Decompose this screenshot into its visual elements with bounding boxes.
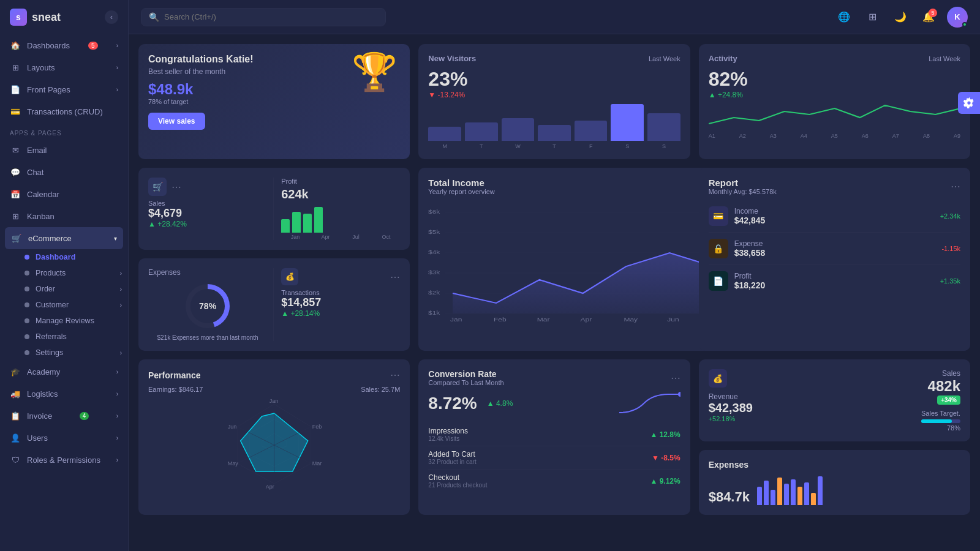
report-title: Report bbox=[709, 178, 777, 188]
calendar-icon: 📅 bbox=[10, 189, 21, 200]
checkout-change: ▲ 9.12% bbox=[650, 477, 680, 485]
income-label: Income bbox=[734, 207, 934, 216]
expenses-bottom-card: Expenses $84.7k bbox=[699, 450, 970, 515]
expense-value: $38,658 bbox=[734, 248, 936, 258]
sidebar-item-products[interactable]: Products › bbox=[18, 265, 128, 281]
revenue-sales-value: 482k bbox=[921, 378, 960, 395]
sidebar-item-users[interactable]: 👤 Users › bbox=[0, 427, 128, 449]
expense-change: -1.15k bbox=[941, 245, 960, 252]
sidebar-item-order[interactable]: Order › bbox=[18, 281, 128, 297]
welcome-card: Congratulations Katie! Best seller of th… bbox=[138, 44, 410, 159]
perf-sales: Sales: 25.7M bbox=[361, 386, 400, 393]
sidebar-item-invoice[interactable]: 📋 Invoice 4 › bbox=[0, 405, 128, 427]
user-avatar[interactable]: K bbox=[947, 7, 968, 28]
grid-icon[interactable]: ⊞ bbox=[862, 7, 882, 27]
report-more-btn[interactable]: ⋯ bbox=[951, 181, 960, 192]
sidebar-item-manage-reviews[interactable]: Manage Reviews bbox=[18, 313, 128, 329]
sales-label: Sales bbox=[148, 200, 267, 207]
search-input[interactable] bbox=[164, 12, 378, 21]
sidebar-item-kanban[interactable]: ⊞ Kanban bbox=[0, 205, 128, 227]
report-subtitle: Monthly Avg: $45.578k bbox=[709, 188, 777, 195]
welcome-target: 78% of target bbox=[148, 98, 400, 105]
conv-cart: Added To Cart 32 Product in cart ▼ -8.5% bbox=[428, 446, 680, 470]
conversion-card: Conversion Rate Compared To Last Month ⋯… bbox=[418, 359, 690, 515]
kanban-icon: ⊞ bbox=[10, 211, 21, 222]
sidebar-item-front-pages[interactable]: 📄 Front Pages › bbox=[0, 78, 128, 100]
sidebar-item-ecommerce[interactable]: 🛒 eCommerce ▾ bbox=[5, 227, 123, 249]
sidebar-item-dashboards[interactable]: 🏠 Dashboards 5 › bbox=[0, 34, 128, 56]
layouts-icon: ⊞ bbox=[10, 62, 21, 73]
conv-more-btn[interactable]: ⋯ bbox=[671, 372, 680, 384]
sidebar-item-settings[interactable]: Settings › bbox=[18, 345, 128, 361]
sidebar-item-roles[interactable]: 🛡 Roles & Permissions › bbox=[0, 449, 128, 471]
conv-rate: 8.72% bbox=[428, 394, 477, 413]
sidebar-item-logistics[interactable]: 🚚 Logistics › bbox=[0, 383, 128, 405]
sidebar-item-transactions[interactable]: 💳 Transactions (CRUD) bbox=[0, 100, 128, 122]
theme-icon[interactable]: 🌙 bbox=[891, 7, 910, 27]
activity-title: Activity bbox=[709, 54, 737, 63]
sidebar-item-dashboard[interactable]: Dashboard bbox=[18, 249, 128, 265]
globe-icon[interactable]: 🌐 bbox=[834, 7, 854, 27]
sidebar-item-chat[interactable]: 💬 Chat bbox=[0, 161, 128, 183]
revenue-label: Revenue bbox=[709, 392, 915, 401]
avatar-status bbox=[962, 22, 967, 27]
expense-icon: 🔒 bbox=[709, 239, 728, 258]
svg-text:$1k: $1k bbox=[428, 310, 440, 316]
expenses-gauge: 78% bbox=[183, 282, 232, 331]
report-card: Report Monthly Avg: $45.578k ⋯ 💳 Income … bbox=[699, 168, 970, 351]
app-name: sneat bbox=[32, 11, 61, 24]
report-income: 💳 Income $42,845 +2.34k bbox=[709, 200, 960, 233]
activity-period: Last Week bbox=[929, 55, 960, 62]
sales-widget-icon: 🛒 bbox=[148, 178, 167, 196]
revenue-badge: +34% bbox=[937, 395, 960, 405]
search-bar[interactable]: 🔍 bbox=[141, 8, 386, 26]
sidebar-collapse-button[interactable]: ‹ bbox=[105, 10, 118, 24]
app-logo: s bbox=[10, 9, 27, 26]
target-progress bbox=[921, 419, 960, 423]
performance-card: Performance ⋯ Earnings: $846.17 Sales: 2… bbox=[138, 359, 410, 515]
customer-dot bbox=[24, 302, 29, 307]
transactions-change: ▲ +28.14% bbox=[281, 309, 400, 318]
perf-more-btn[interactable]: ⋯ bbox=[390, 369, 400, 381]
visitors-title: New Visitors bbox=[428, 54, 476, 63]
notification-icon[interactable]: 🔔 5 bbox=[919, 7, 938, 27]
sidebar-item-academy[interactable]: 🎓 Academy › bbox=[0, 361, 128, 383]
expense-label: Expense bbox=[734, 239, 936, 248]
settings-fab[interactable] bbox=[958, 92, 980, 114]
sidebar-item-layouts[interactable]: ⊞ Layouts › bbox=[0, 56, 128, 78]
impressions-change: ▲ 12.8% bbox=[650, 430, 680, 439]
sales-value: $4,679 bbox=[148, 207, 267, 220]
users-icon: 👤 bbox=[10, 432, 21, 443]
revenue-card: 💰 Revenue $42,389 +52.18% Sales 482k +34… bbox=[699, 359, 970, 441]
profit-value: 624k bbox=[281, 187, 400, 201]
ecommerce-submenu: Dashboard Products › Order › Customer › … bbox=[0, 249, 128, 361]
report-expense: 🔒 Expense $38,658 -1.15k bbox=[709, 233, 960, 265]
activity-chart bbox=[709, 99, 960, 130]
visitors-change: ▼ -13.24% bbox=[428, 91, 680, 99]
sidebar-item-customer[interactable]: Customer › bbox=[18, 297, 128, 313]
conv-trend: ▲ 4.8% bbox=[487, 399, 513, 408]
transactions-icon: 💳 bbox=[10, 106, 21, 117]
sidebar-item-email[interactable]: ✉ Email bbox=[0, 139, 128, 161]
bar-labels: M T W T F S S bbox=[428, 143, 680, 149]
view-sales-button[interactable]: View sales bbox=[148, 113, 205, 130]
sidebar-item-referrals[interactable]: Referrals bbox=[18, 329, 128, 345]
transactions-widget-icon: 💰 bbox=[281, 268, 298, 285]
svg-text:Feb: Feb bbox=[494, 317, 507, 323]
dashboards-badge: 5 bbox=[88, 42, 98, 50]
sales-more-btn[interactable]: ⋯ bbox=[172, 181, 181, 193]
svg-text:Mar: Mar bbox=[312, 460, 322, 467]
svg-text:Jun: Jun bbox=[228, 424, 237, 430]
sidebar-item-calendar[interactable]: 📅 Calendar bbox=[0, 183, 128, 205]
bar-f bbox=[575, 121, 608, 141]
order-dot bbox=[24, 287, 29, 291]
visitors-card: New Visitors Last Week 23% ▼ -13.24% M T… bbox=[418, 44, 690, 159]
impressions-label: Impressions bbox=[428, 427, 468, 435]
notification-badge: 5 bbox=[929, 9, 937, 17]
svg-text:May: May bbox=[624, 317, 638, 323]
transactions-more-btn[interactable]: ⋯ bbox=[390, 271, 400, 283]
svg-text:$4k: $4k bbox=[428, 249, 440, 255]
target-fill bbox=[921, 419, 952, 423]
bar-w bbox=[502, 118, 535, 141]
profit-label: Profit bbox=[281, 178, 400, 185]
